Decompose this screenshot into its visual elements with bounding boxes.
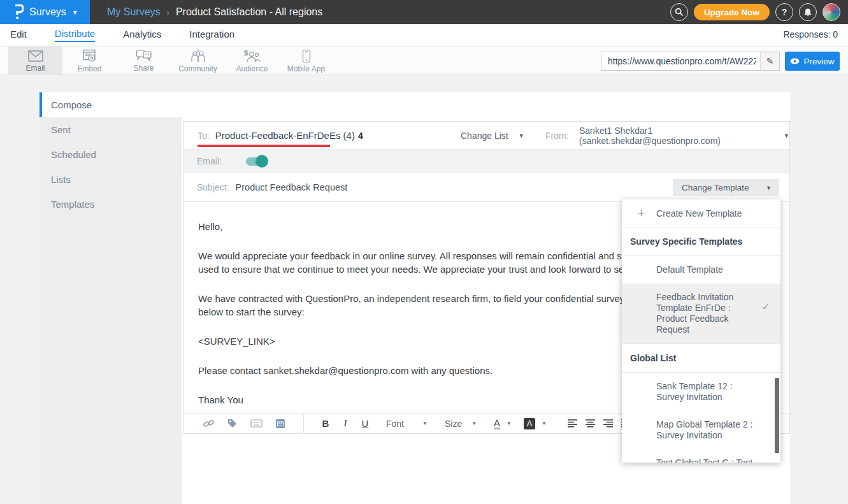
distribute-channel-bar: Email Embed Share <box>0 46 848 75</box>
sidebar-item-templates[interactable]: Templates <box>40 192 182 217</box>
channel-embed[interactable]: Embed <box>62 47 117 75</box>
chevron-down-icon: ▼ <box>471 421 477 426</box>
insert-link-button[interactable] <box>203 418 214 429</box>
from-sender-value: Sanket1 Shekdar1 (sanket.shekdar@questio… <box>579 126 776 146</box>
template-item-feedback-invitation[interactable]: Feedback Invitation Template EnFrDe : Pr… <box>622 284 780 344</box>
edit-url-button[interactable]: ✎ <box>760 52 779 70</box>
align-center-icon <box>586 419 595 428</box>
email-icon <box>27 50 44 62</box>
tab-distribute[interactable]: Distribute <box>55 28 95 42</box>
channel-community[interactable]: Community <box>171 47 225 75</box>
keyboard-icon <box>250 419 262 428</box>
tab-edit[interactable]: Edit <box>10 29 27 41</box>
format-tools-group: B I U Font ▼ Size ▼ A ▼ A <box>304 418 649 429</box>
email-toggle-label: Email: <box>197 156 230 166</box>
insert-tools-group <box>184 414 304 434</box>
subject-value[interactable]: Product Feedback Request <box>236 182 348 192</box>
email-toggle-row: Email: <box>184 150 789 173</box>
plus-icon: + <box>638 206 645 220</box>
to-list-name[interactable]: Product-Feedback-EnFrDeEs (4) <box>215 130 355 141</box>
font-select-label: Font <box>386 419 404 429</box>
email-sidebar: Compose Sent Scheduled Lists Templates <box>40 92 182 504</box>
search-button[interactable] <box>670 3 688 21</box>
change-template-button[interactable]: Change Template ▼ <box>673 179 779 196</box>
question-mark-icon: ? <box>782 7 787 17</box>
mobile-app-icon <box>302 49 311 63</box>
responses-count: Responses: 0 <box>783 29 838 40</box>
bold-button[interactable]: B <box>318 418 333 429</box>
template-item-map-global[interactable]: Map Global Template 2 : Survey Invitatio… <box>622 411 780 449</box>
channel-share[interactable]: Share <box>117 47 171 75</box>
align-left-icon <box>568 419 577 428</box>
template-item-sank[interactable]: Sank Template 12 : Survey Invitation <box>622 373 780 411</box>
survey-url-input[interactable] <box>601 56 760 66</box>
survey-url-field-group: ✎ <box>601 52 780 71</box>
font-family-select[interactable]: Font ▼ <box>386 419 428 429</box>
notifications-button[interactable] <box>799 3 817 21</box>
sidebar-item-lists[interactable]: Lists <box>40 167 182 192</box>
toggle-knob <box>255 155 268 168</box>
align-right-button[interactable] <box>603 419 613 428</box>
survey-nav-bar: Edit Distribute Analytics Integration Re… <box>0 24 848 46</box>
email-toggle[interactable] <box>246 157 267 166</box>
change-list-label: Change List <box>461 131 508 141</box>
user-avatar[interactable] <box>823 3 840 21</box>
chevron-down-icon[interactable]: ▼ <box>542 421 547 426</box>
top-header-bar: Surveys ▼ My Surveys › Product Satisfact… <box>0 0 848 24</box>
global-list-header: Global List <box>622 344 780 373</box>
font-size-select[interactable]: Size ▼ <box>445 419 477 429</box>
source-code-button[interactable] <box>250 419 262 428</box>
share-icon <box>136 49 152 62</box>
help-button[interactable]: ? <box>775 3 793 21</box>
to-row: To: Product-Feedback-EnFrDeEs (4) 4 Chan… <box>184 122 789 150</box>
product-switcher[interactable]: Surveys ▼ <box>0 0 90 24</box>
channel-audience[interactable]: $ Audience <box>225 47 279 75</box>
from-sender-dropdown[interactable]: Sanket1 Shekdar1 (sanket.shekdar@questio… <box>579 126 789 146</box>
align-center-button[interactable] <box>586 419 595 428</box>
chevron-down-icon: ▼ <box>784 133 789 139</box>
eye-icon <box>790 58 800 64</box>
chevron-down-icon: ▼ <box>422 421 428 426</box>
tab-analytics[interactable]: Analytics <box>123 29 161 41</box>
template-item-default[interactable]: Default Template <box>622 256 780 284</box>
change-list-dropdown[interactable]: Change List ▼ <box>461 131 524 141</box>
preview-button[interactable]: Preview <box>785 52 840 71</box>
underline-button[interactable]: U <box>357 418 373 429</box>
italic-button[interactable]: I <box>338 418 353 429</box>
sidebar-item-compose[interactable]: Compose <box>40 92 182 117</box>
pencil-icon: ✎ <box>766 56 774 66</box>
text-color-button[interactable]: A <box>494 418 500 429</box>
to-list-underline <box>198 145 330 147</box>
template-item-test-global[interactable]: Test Global Test G : Test BAA G <box>622 449 780 463</box>
create-new-template-item[interactable]: + Create New Template <box>622 199 780 227</box>
link-icon <box>203 418 214 429</box>
sidebar-item-sent[interactable]: Sent <box>40 117 182 142</box>
search-icon <box>675 8 684 17</box>
change-template-menu: + Create New Template Survey Specific Te… <box>622 199 780 463</box>
chevron-down-icon: ▼ <box>766 185 772 191</box>
sidebar-item-scheduled[interactable]: Scheduled <box>40 142 182 167</box>
survey-specific-templates-header: Survey Specific Templates <box>622 227 780 256</box>
channel-list: Email Embed Share <box>8 47 333 75</box>
breadcrumb-my-surveys[interactable]: My Surveys <box>107 6 161 18</box>
channel-mobile-app[interactable]: Mobile App <box>279 47 333 75</box>
change-template-label: Change Template <box>682 183 749 192</box>
svg-text:$: $ <box>244 49 248 57</box>
tag-icon <box>227 418 238 429</box>
tab-integration[interactable]: Integration <box>189 29 234 41</box>
highlight-color-button[interactable]: A <box>524 418 535 429</box>
merge-tag-button[interactable] <box>227 418 238 429</box>
upgrade-now-button[interactable]: Upgrade Now <box>694 4 770 20</box>
channel-email[interactable]: Email <box>8 47 62 75</box>
align-left-button[interactable] <box>568 419 577 428</box>
bell-icon <box>803 8 812 17</box>
create-new-template-label: Create New Template <box>656 208 742 219</box>
size-select-label: Size <box>445 419 462 429</box>
embed-icon <box>82 49 97 63</box>
chevron-down-icon: ▼ <box>72 9 78 16</box>
to-label: To: <box>198 131 210 141</box>
test-email-button[interactable] <box>275 419 285 429</box>
menu-scrollbar[interactable] <box>775 378 779 453</box>
mail-icon <box>275 419 285 429</box>
chevron-down-icon[interactable]: ▼ <box>507 421 512 426</box>
